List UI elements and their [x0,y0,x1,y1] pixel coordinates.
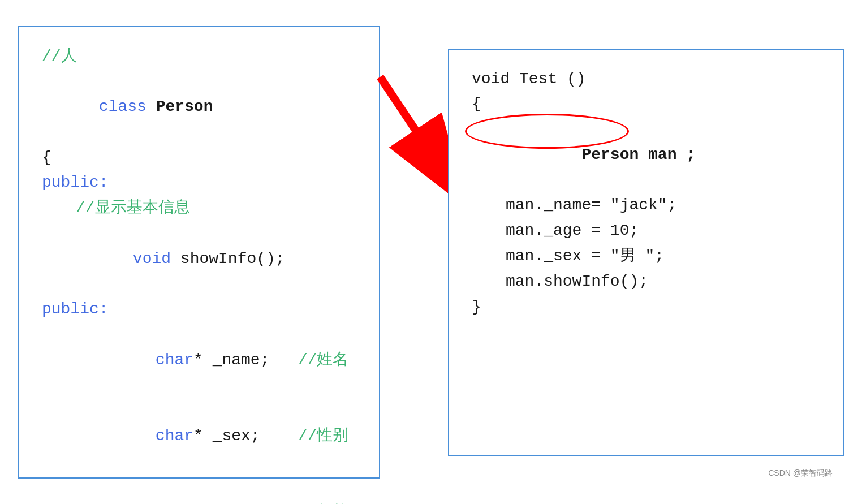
left-code-box: //人 class Person { public: //显示基本信息 void… [18,26,380,479]
keyword-char1: char [156,351,193,369]
comment-name: //姓名 [298,351,349,369]
right-box-wrapper: void Test () { Person man ; man._name= "… [414,49,844,456]
highlight-oval [465,114,629,149]
right-code-box: void Test () { Person man ; man._name= "… [448,49,844,456]
code-char-sex: * _sex; [193,427,298,445]
classname: Person [156,98,213,115]
code-line-4: public: [42,170,356,196]
right-code-line-5: man._age = 10; [472,218,820,244]
comment-sex: //性别 [298,427,349,445]
keyword-char2: char [156,427,193,445]
code-line-1: //人 [42,44,356,70]
code-line-7: public: [42,297,356,322]
right-code-line-1: void Test () [472,67,820,92]
code-char-name: * _name; [193,351,298,369]
right-code-line-2: { [472,92,820,117]
code-line-2: class Person [42,69,356,145]
watermark: CSDN @荣智码路 [768,468,833,479]
keyword-class: class [99,98,156,115]
code-line-10: int _age; //年龄 [42,475,356,504]
code-line-3: { [42,145,356,171]
code-line-5: //显示基本信息 [42,196,356,221]
right-code-line-8: } [472,295,820,320]
code-line-6: void showInfo(); [42,221,356,297]
code-line-8: char* _name; //姓名 [42,322,356,398]
method-showinfo: showInfo(); [180,250,285,268]
keyword-void: void [133,250,180,268]
code-line-9: char* _sex; //性别 [42,399,356,475]
right-code-line-4: man._name= "jack"; [472,193,820,218]
highlighted-text: Person man ; [581,146,696,163]
main-container: //人 class Person { public: //显示基本信息 void… [18,20,844,484]
right-code-line-7: man.showInfo(); [472,269,820,295]
right-code-line-6: man._sex = "男 "; [472,244,820,269]
